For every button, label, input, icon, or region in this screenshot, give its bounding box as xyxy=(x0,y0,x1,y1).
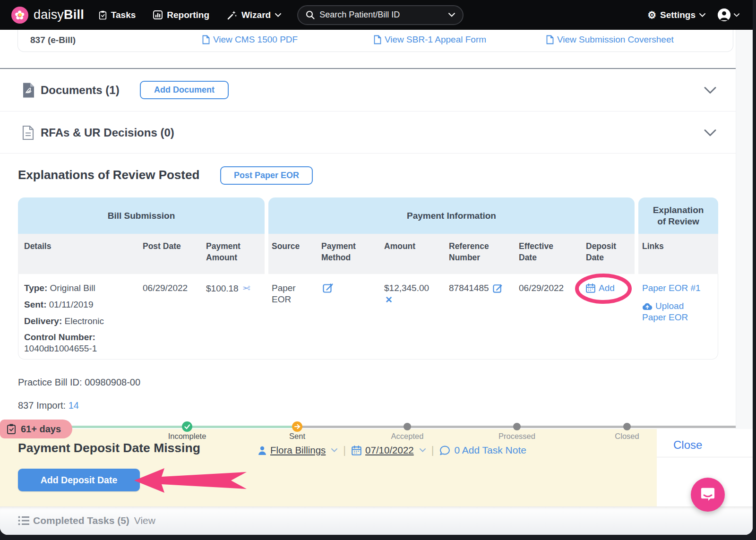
bar-chart-icon xyxy=(153,10,163,19)
right-gutter xyxy=(736,30,753,429)
search-placeholder: Search Patient/Bill ID xyxy=(319,10,448,20)
chevron-down-icon[interactable] xyxy=(704,129,716,136)
search-input[interactable]: Search Patient/Bill ID xyxy=(297,5,464,25)
import-link[interactable]: 14 xyxy=(69,400,79,411)
chevron-down-icon[interactable] xyxy=(420,448,426,452)
age-badge: 61+ days xyxy=(0,420,72,438)
add-task-note-link[interactable]: 0 Add Task Note xyxy=(439,445,526,456)
edit-icon[interactable] xyxy=(323,283,334,293)
col-links: Links xyxy=(642,241,664,252)
add-deposit-date-button[interactable]: Add Deposit Date xyxy=(18,469,140,491)
clipboard-check-icon xyxy=(7,423,16,435)
timeline-step-closed: Closed xyxy=(615,432,639,441)
col-reference-number: Reference Number xyxy=(449,241,497,263)
chat-bubble-icon[interactable] xyxy=(691,478,725,512)
nav-wizard[interactable]: Wizard xyxy=(227,10,281,20)
cell-amount: $12,345.00 xyxy=(384,283,429,294)
calendar-icon xyxy=(586,283,595,293)
separator: | xyxy=(431,444,434,456)
col-effective-date: Effective Date xyxy=(519,241,562,263)
task-title: Payment Deposit Date Missing xyxy=(18,441,200,455)
chevron-down-icon xyxy=(275,13,281,17)
top-navbar: ✿ daisyBill Tasks Reporting Wizard xyxy=(0,0,753,30)
cell-reference-number: 87841485 xyxy=(449,283,503,294)
col-deposit-date: Deposit Date xyxy=(586,241,624,263)
cell-source: Paper EOR xyxy=(272,283,301,305)
chevron-down-icon[interactable] xyxy=(448,13,455,17)
clipboard-check-icon xyxy=(99,10,107,20)
view-coversheet-link[interactable]: View Submission Coversheet xyxy=(546,34,674,45)
timeline-step-accepted: Accepted xyxy=(391,432,424,441)
deposit-date-add-link[interactable]: Add xyxy=(586,283,615,294)
view-cms1500-link[interactable]: View CMS 1500 PDF xyxy=(202,34,298,45)
nav-reporting-label: Reporting xyxy=(167,10,209,20)
ebill-type-label: 837 (e-Bill) xyxy=(30,35,76,45)
chevron-down-icon[interactable] xyxy=(704,86,716,94)
chevron-down-icon[interactable] xyxy=(331,448,337,452)
document-icon xyxy=(22,125,34,140)
documents-title: Documents (1) xyxy=(41,84,120,97)
timeline-step-processed: Processed xyxy=(498,432,535,441)
assignee-link[interactable]: Flora Billings xyxy=(258,445,326,456)
timeline-dot xyxy=(623,423,631,430)
nav-wizard-label: Wizard xyxy=(241,10,271,20)
cell-links: Paper EOR #1 Upload Paper EOR xyxy=(642,283,706,323)
timeline-line-future xyxy=(299,426,753,428)
user-menu[interactable] xyxy=(718,9,739,21)
completed-tasks-view-link[interactable]: View xyxy=(134,515,155,526)
person-icon xyxy=(258,446,266,455)
cell-payment-amount: $100.18 ✂ xyxy=(206,283,250,294)
practice-bill-id: Practice Bill ID: 00980908-00 xyxy=(18,377,140,388)
nav-tasks[interactable]: Tasks xyxy=(99,10,136,20)
col-payment-amount: Payment Amount xyxy=(206,241,249,263)
chevron-down-icon xyxy=(699,13,705,17)
app-window: ✿ daisyBill Tasks Reporting Wizard xyxy=(0,0,753,535)
cell-payment-method xyxy=(323,283,334,293)
upload-paper-eor-link[interactable]: Upload Paper EOR xyxy=(642,300,706,323)
cell-post-date: 06/29/2022 xyxy=(143,283,188,294)
completed-tasks-title: Completed Tasks (5) xyxy=(33,515,129,526)
nav-tasks-label: Tasks xyxy=(111,10,136,20)
cloud-upload-icon xyxy=(642,303,653,310)
ebill-row-card: 837 (e-Bill) View CMS 1500 PDF View SBR-… xyxy=(17,30,733,52)
cell-details: Type: Original Bill Sent: 01/11/2019 Del… xyxy=(24,283,135,360)
separator: | xyxy=(343,444,346,456)
group-header-payment-information: Payment Information xyxy=(268,197,635,234)
documents-section: Documents (1) Add Document xyxy=(0,69,736,111)
daisybill-logo[interactable]: ✿ xyxy=(11,7,28,24)
eor-section-title: Explanations of Review Posted xyxy=(18,168,199,182)
pdf-icon xyxy=(202,35,210,44)
avatar-icon xyxy=(718,9,730,21)
scissors-icon[interactable]: ✂ xyxy=(242,283,250,294)
close-link[interactable]: Close xyxy=(673,438,702,452)
edit-icon[interactable] xyxy=(493,283,503,293)
calendar-icon xyxy=(352,446,361,455)
nav-settings[interactable]: ⚙ Settings xyxy=(647,10,705,20)
x-icon[interactable]: ✕ xyxy=(385,294,393,305)
timeline-dot xyxy=(513,423,521,430)
chevron-down-icon xyxy=(734,13,739,17)
gear-icon: ⚙ xyxy=(647,10,656,20)
pdf-icon xyxy=(546,35,554,44)
rfas-title: RFAs & UR Decisions (0) xyxy=(41,126,174,139)
brand-name[interactable]: daisyBill xyxy=(34,8,84,22)
timeline-step-incomplete: Incomplete xyxy=(168,432,206,441)
subheader-band xyxy=(638,234,718,274)
check-icon xyxy=(182,421,192,432)
import-837: 837 Import: 14 xyxy=(18,400,79,411)
paper-eor-link[interactable]: Paper EOR #1 xyxy=(642,283,706,294)
view-sbr1-link[interactable]: View SBR-1 Appeal Form xyxy=(374,34,486,45)
col-payment-method: Payment Method xyxy=(321,241,365,263)
pdf-icon xyxy=(374,35,381,44)
post-paper-eor-button[interactable]: Post Paper EOR xyxy=(220,166,313,185)
flower-center xyxy=(18,13,22,17)
group-header-bill-submission: Bill Submission xyxy=(18,197,265,234)
col-post-date: Post Date xyxy=(143,241,186,252)
nav-reporting[interactable]: Reporting xyxy=(153,10,209,20)
divider xyxy=(657,457,753,457)
due-date-link[interactable]: 07/10/2022 xyxy=(352,445,414,456)
add-document-button[interactable]: Add Document xyxy=(140,81,229,99)
group-header-explanation-of-review: Explanation of Review xyxy=(638,197,718,234)
nav-settings-label: Settings xyxy=(660,10,696,20)
pdf-file-icon xyxy=(22,82,35,98)
